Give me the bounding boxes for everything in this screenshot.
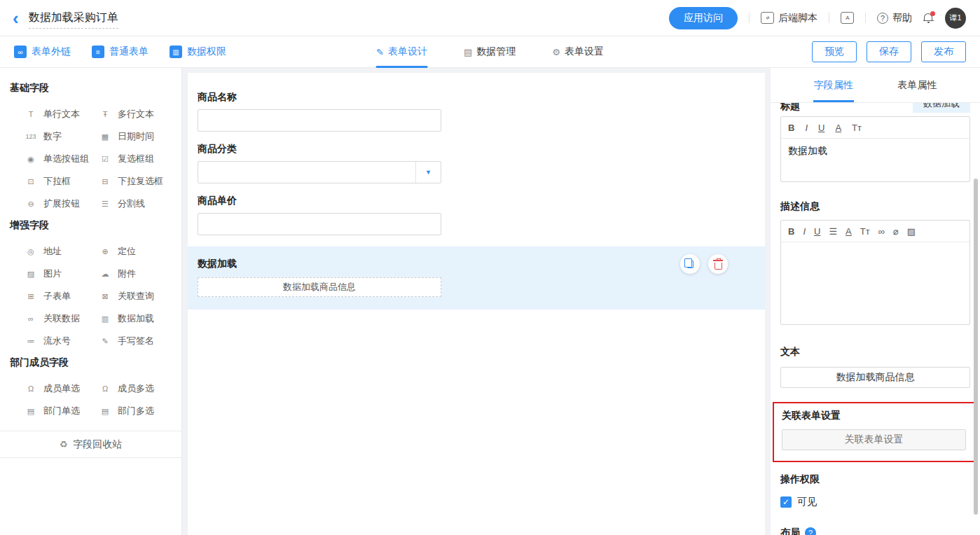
delete-field-button[interactable]: [708, 254, 728, 274]
data-load-action-button[interactable]: 数据加载商品信息: [198, 277, 441, 297]
underline-icon[interactable]: U: [814, 226, 820, 237]
notification-bell-icon[interactable]: [923, 13, 934, 23]
page-title[interactable]: 数据加载采购订单: [29, 11, 118, 29]
field-recycle-bin[interactable]: ♻ 字段回收站: [0, 431, 181, 458]
tab-field-properties[interactable]: 字段属性: [792, 68, 876, 102]
canvas-field-product-price[interactable]: 商品单价: [188, 195, 765, 235]
backend-script-button[interactable]: ‹/› 后端脚本: [761, 12, 817, 25]
field-item-extend-button[interactable]: ⊖扩展按钮: [24, 197, 98, 210]
tab-data-management-label: 数据管理: [476, 46, 516, 58]
product-name-input[interactable]: [198, 109, 441, 132]
field-item-label: 多行文本: [118, 108, 154, 120]
field-item-label: 成员单选: [43, 382, 80, 395]
description-editor-value[interactable]: [781, 242, 969, 324]
field-item-label: 图片: [43, 268, 62, 280]
field-item-subform[interactable]: ⊞子表单: [24, 290, 98, 303]
underline-icon[interactable]: U: [818, 123, 824, 133]
backend-script-label: 后端脚本: [778, 12, 817, 25]
field-label: 商品分类: [198, 143, 755, 155]
text-value-button[interactable]: 数据加载商品信息: [780, 367, 970, 388]
field-item-label: 部门单选: [43, 405, 80, 417]
layout-help-icon[interactable]: ?: [805, 527, 816, 535]
field-item-multi-line-text[interactable]: Ŧ多行文本: [98, 108, 172, 120]
data-management-icon: ▤: [464, 47, 472, 57]
font-color-icon[interactable]: A: [846, 226, 852, 237]
tab-form-settings[interactable]: ⚙ 表单设置: [552, 36, 604, 68]
publish-button[interactable]: 发布: [921, 41, 966, 62]
bold-icon[interactable]: B: [788, 123, 794, 133]
font-size-icon[interactable]: Tт: [860, 226, 870, 237]
align-icon[interactable]: ☰: [829, 226, 837, 237]
field-item-member-single[interactable]: Ω成员单选: [24, 382, 98, 395]
field-item-radio-group[interactable]: ◉单选按钮组: [24, 153, 98, 165]
field-item-address[interactable]: ◎地址: [24, 245, 98, 258]
field-item-dropdown-multi[interactable]: ⊟下拉复选框: [98, 175, 172, 188]
field-item-number[interactable]: 123数字: [24, 130, 98, 143]
bold-icon[interactable]: B: [788, 226, 794, 237]
field-item-relation-query[interactable]: ⊠关联查询: [98, 290, 172, 303]
copy-icon: [687, 260, 693, 268]
field-item-checkbox-group[interactable]: ☑复选框组: [98, 153, 172, 165]
canvas-field-product-name[interactable]: 商品名称: [188, 91, 765, 132]
field-label: 商品名称: [198, 91, 755, 104]
save-button[interactable]: 保存: [867, 41, 911, 62]
link-icon[interactable]: ∞: [878, 226, 885, 237]
canvas-field-data-load-selected[interactable]: 数据加载 数据加载商品信息: [188, 246, 765, 310]
help-button[interactable]: ? 帮助: [877, 12, 912, 25]
avatar[interactable]: 谭1: [945, 8, 966, 29]
italic-icon[interactable]: I: [805, 123, 808, 133]
app-access-button[interactable]: 应用访问: [669, 7, 738, 29]
visible-checkbox-row[interactable]: ✓ 可见: [780, 496, 970, 508]
product-category-select[interactable]: ▼: [198, 161, 441, 183]
back-icon[interactable]: ‹: [13, 9, 19, 27]
tab-form-design-label: 表单设计: [388, 46, 427, 58]
field-item-dropdown[interactable]: ⊡下拉框: [24, 175, 98, 188]
field-library-sidebar: 基础字段 T单行文本 Ŧ多行文本 123数字 ▦日期时间 ◉单选按钮组 ☑复选框…: [0, 68, 182, 535]
image-icon[interactable]: ▨: [907, 226, 916, 237]
field-item-single-line-text[interactable]: T单行文本: [24, 108, 98, 120]
field-item-datetime[interactable]: ▦日期时间: [98, 130, 172, 143]
field-item-signature[interactable]: ✎手写签名: [98, 335, 172, 347]
form-external-link-label: 表单外链: [32, 46, 71, 58]
tab-data-management[interactable]: ▤ 数据管理: [464, 36, 516, 68]
data-permission-button[interactable]: ▥ 数据权限: [170, 46, 226, 58]
tab-form-properties[interactable]: 表单属性: [876, 68, 960, 102]
field-item-dept-multi[interactable]: ▤部门多选: [98, 405, 172, 417]
unlink-icon[interactable]: ⌀: [893, 226, 899, 237]
title-badge[interactable]: 数据加载: [913, 103, 970, 113]
form-external-link-button[interactable]: ∞ 表单外链: [14, 46, 71, 58]
field-item-dept-single[interactable]: ▤部门单选: [24, 405, 98, 417]
title-editor-value[interactable]: 数据加载: [781, 139, 969, 181]
field-item-serial-number[interactable]: ≔流水号: [24, 335, 98, 347]
field-item-divider[interactable]: ☰分割线: [98, 197, 172, 210]
panel-scrollbar[interactable]: [974, 179, 978, 515]
product-price-input[interactable]: [198, 213, 441, 235]
image-icon: ▨: [24, 270, 38, 279]
field-item-label: 数据加载: [118, 312, 154, 325]
tab-form-design[interactable]: ✎ 表单设计: [376, 36, 427, 68]
canvas-field-product-category[interactable]: 商品分类 ▼: [188, 143, 765, 183]
font-color-icon[interactable]: A: [835, 123, 841, 133]
description-rich-editor[interactable]: B I U ☰ A Tт ∞ ⌀ ▨: [780, 220, 970, 325]
divider: [749, 13, 750, 23]
people-icon: Ω: [98, 384, 112, 393]
italic-icon[interactable]: I: [803, 226, 806, 237]
preview-button[interactable]: 预览: [812, 41, 857, 62]
field-item-relation-data[interactable]: ∞关联数据: [24, 312, 98, 325]
checked-checkbox[interactable]: ✓: [780, 496, 792, 508]
normal-form-button[interactable]: ≡ 普通表单: [92, 46, 149, 58]
copy-field-button[interactable]: [680, 254, 700, 274]
field-item-attachment[interactable]: ☁附件: [98, 268, 172, 280]
top-header: ‹ 数据加载采购订单 应用访问 ‹/› 后端脚本 A ? 帮助 谭1: [0, 0, 980, 36]
dropdown-icon: ⊡: [24, 177, 38, 186]
field-item-location[interactable]: ⊕定位: [98, 245, 172, 258]
font-size-icon[interactable]: Tт: [852, 123, 862, 133]
contacts-icon[interactable]: A: [841, 12, 854, 24]
field-item-data-load[interactable]: ▥数据加载: [98, 312, 172, 325]
normal-form-label: 普通表单: [109, 46, 149, 58]
field-item-member-multi[interactable]: Ω成员多选: [98, 382, 172, 395]
field-item-image[interactable]: ▨图片: [24, 268, 98, 280]
form-canvas[interactable]: 商品名称 商品分类 ▼ 商品单价 数据加载 数据加载商品信息: [188, 73, 765, 535]
related-form-settings-button[interactable]: 关联表单设置: [782, 429, 966, 450]
title-rich-editor[interactable]: B I U A Tт 数据加载: [780, 116, 970, 182]
